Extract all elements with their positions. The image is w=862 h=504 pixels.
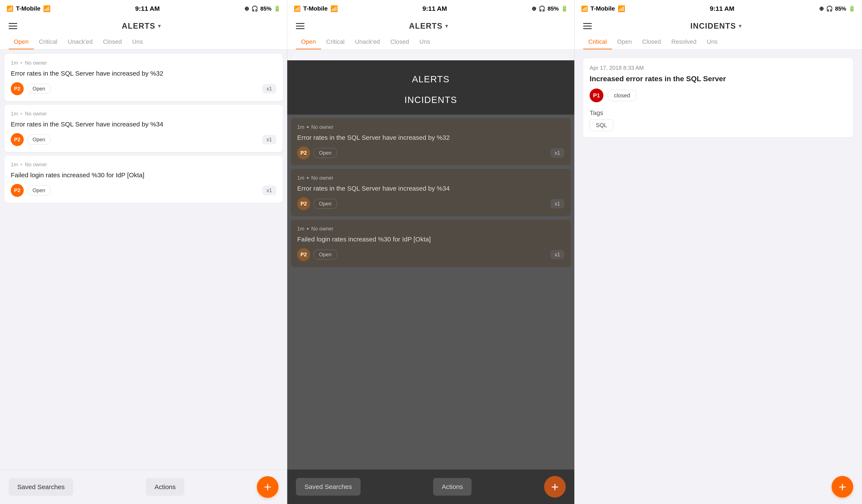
tab-open-2[interactable]: Open <box>296 35 321 49</box>
overlay-footer-2-2: P2 Open x1 <box>297 197 564 210</box>
incident-badges-3: P1 closed <box>590 89 847 102</box>
overlay-meta-2-1: 1m No owner <box>297 124 564 130</box>
priority-badge-1-3: P2 <box>11 184 24 197</box>
saved-searches-button-2[interactable]: Saved Searches <box>296 478 361 495</box>
tab-closed-1[interactable]: Closed <box>98 35 127 49</box>
overlay-time-2-1: 1m <box>297 124 304 130</box>
overlay-meta-2-3: 1m No owner <box>297 226 564 232</box>
tab-uns-3[interactable]: Uns <box>702 35 723 49</box>
header-2: ALERTS ▾ Open Critical Unack'ed Closed U… <box>287 17 574 50</box>
battery-icon-3: 🔋 <box>848 5 855 12</box>
overlay-card-2-1[interactable]: 1m No owner Error rates in the SQL Serve… <box>291 118 571 165</box>
incident-date-3: Apr 17, 2018 8:33 AM <box>590 65 847 71</box>
carrier-2: T-Mobile <box>303 5 328 12</box>
tab-bar-2: Open Critical Unack'ed Closed Uns <box>296 35 566 49</box>
status-badge-1-1: Open <box>27 84 51 94</box>
tab-resolved-3[interactable]: Resolved <box>666 35 702 49</box>
overlay-dot-2-2 <box>307 177 309 179</box>
actions-button-1[interactable]: Actions <box>146 478 184 496</box>
fab-button-3[interactable]: + <box>832 476 853 498</box>
hamburger-line-2a <box>296 23 304 24</box>
count-badge-1-3: x1 <box>262 186 276 195</box>
overlay-count-2-1: x1 <box>550 148 564 158</box>
hamburger-menu-1[interactable] <box>9 23 17 29</box>
tab-closed-3[interactable]: Closed <box>637 35 666 49</box>
tab-unacked-1[interactable]: Unack'ed <box>63 35 98 49</box>
count-badge-1-2: x1 <box>262 135 276 144</box>
alert-badges-1-1: P2 Open <box>11 82 51 95</box>
hamburger-menu-3[interactable] <box>583 23 592 29</box>
app-title-3[interactable]: INCIDENTS ▾ <box>690 22 742 30</box>
overlay-bottom-2: Saved Searches Actions + <box>287 469 574 504</box>
actions-button-2[interactable]: Actions <box>433 478 471 495</box>
app-title-label-1: ALERTS <box>122 22 155 30</box>
tab-uns-1[interactable]: Uns <box>127 35 148 49</box>
overlay-2[interactable]: ALERTS INCIDENTS 1m No owner Error rates… <box>287 60 574 504</box>
signal-icon-2: 📶 <box>294 5 301 12</box>
app-title-2[interactable]: ALERTS ▾ <box>409 22 448 30</box>
location-icon-1: ⊕ <box>244 5 249 12</box>
overlay-menu-alerts-2[interactable]: ALERTS <box>412 69 450 90</box>
hamburger-line-2b <box>296 26 304 26</box>
signal-icon-3: 📶 <box>581 5 588 12</box>
tab-bar-3: Critical Open Closed Resolved Uns <box>583 35 853 49</box>
tags-section-3: Tags SQL <box>590 109 847 131</box>
alert-time-1-3: 1m <box>11 161 18 168</box>
alert-badges-1-3: P2 Open <box>11 184 51 197</box>
tab-closed-2[interactable]: Closed <box>385 35 414 49</box>
count-badge-1-1: x1 <box>262 84 276 93</box>
incident-detail-3[interactable]: Apr 17, 2018 8:33 AM Increased error rat… <box>583 58 853 137</box>
alert-title-1-1: Error rates in the SQL Server have incre… <box>11 69 276 78</box>
dot-1-3 <box>21 164 22 165</box>
screen3: 📶 T-Mobile 📶 9:11 AM ⊕ 🎧 85% 🔋 INCIDENTS… <box>575 0 862 504</box>
chevron-down-icon-3: ▾ <box>739 23 742 29</box>
overlay-card-2-2[interactable]: 1m No owner Error rates in the SQL Serve… <box>291 169 571 216</box>
overlay-count-2-3: x1 <box>550 250 564 259</box>
tab-open-1[interactable]: Open <box>9 35 34 49</box>
alert-meta-1-2: 1m No owner <box>11 111 276 117</box>
tab-uns-2[interactable]: Uns <box>414 35 435 49</box>
overlay-time-2-3: 1m <box>297 226 304 232</box>
hamburger-line-3b <box>583 26 592 26</box>
location-icon-3: ⊕ <box>819 5 824 12</box>
time-3: 9:11 AM <box>710 5 734 12</box>
carrier-3: T-Mobile <box>590 5 615 12</box>
alert-time-1-2: 1m <box>11 111 18 117</box>
fab-plus-icon-3: + <box>838 479 846 494</box>
alert-owner-1-2: No owner <box>25 111 47 117</box>
overlay-footer-2-3: P2 Open x1 <box>297 248 564 261</box>
alert-title-1-3: Failed login rates increased %30 for IdP… <box>11 171 276 180</box>
overlay-status-2-1: Open <box>314 148 337 158</box>
overlay-menu-incidents-2[interactable]: INCIDENTS <box>405 90 457 110</box>
overlay-time-2-2: 1m <box>297 175 304 181</box>
hamburger-menu-2[interactable] <box>296 23 304 29</box>
tab-open-3[interactable]: Open <box>612 35 637 49</box>
overlay-card-2-3[interactable]: 1m No owner Failed login rates increased… <box>291 220 571 267</box>
fab-button-2[interactable]: + <box>544 476 566 498</box>
alert-list-1: 1m No owner Error rates in the SQL Serve… <box>0 50 287 469</box>
app-title-1[interactable]: ALERTS ▾ <box>122 22 161 30</box>
priority-badge-1-1: P2 <box>11 82 24 95</box>
saved-searches-button-1[interactable]: Saved Searches <box>9 478 73 496</box>
header-1: ALERTS ▾ Open Critical Unack'ed Closed U… <box>0 17 287 50</box>
battery-icon-1: 🔋 <box>274 5 280 12</box>
alert-card-1-2[interactable]: 1m No owner Error rates in the SQL Serve… <box>4 105 283 152</box>
fab-plus-icon-2: + <box>551 479 559 494</box>
overlay-badges-2-3: P2 Open <box>297 248 337 261</box>
tab-critical-2[interactable]: Critical <box>321 35 350 49</box>
tab-unacked-2[interactable]: Unack'ed <box>350 35 385 49</box>
carrier-1: T-Mobile <box>16 5 40 12</box>
status-bar-3: 📶 T-Mobile 📶 9:11 AM ⊕ 🎧 85% 🔋 <box>575 0 862 17</box>
tag-sql-3: SQL <box>590 120 613 131</box>
fab-button-1[interactable]: + <box>257 476 278 498</box>
tab-critical-1[interactable]: Critical <box>34 35 63 49</box>
overlay-priority-2-1: P2 <box>297 146 310 159</box>
alert-card-1-1[interactable]: 1m No owner Error rates in the SQL Serve… <box>4 54 283 101</box>
status-bar-2: 📶 T-Mobile 📶 9:11 AM ⊕ 🎧 85% 🔋 <box>287 0 574 17</box>
tab-critical-3[interactable]: Critical <box>583 35 612 49</box>
chevron-down-icon-1: ▾ <box>158 23 161 29</box>
battery-icon-2: 🔋 <box>561 5 568 12</box>
alert-card-1-3[interactable]: 1m No owner Failed login rates increased… <box>4 156 283 203</box>
alert-owner-1-3: No owner <box>25 161 47 168</box>
battery-1: 85% <box>260 5 272 12</box>
